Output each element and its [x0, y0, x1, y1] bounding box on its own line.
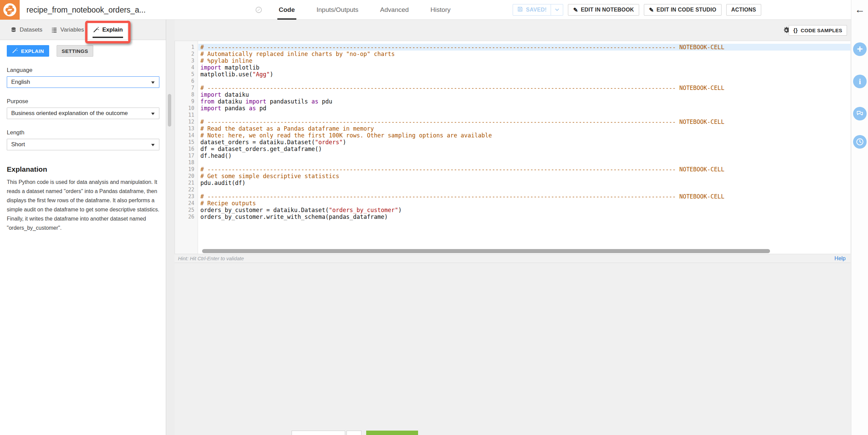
settings-button[interactable]: SETTINGS: [57, 45, 93, 57]
code-token: dataiku: [221, 91, 249, 98]
code-line[interactable]: # --------------------------------------…: [198, 118, 850, 125]
clock-icon[interactable]: [853, 135, 867, 149]
code-line[interactable]: # --------------------------------------…: [198, 193, 850, 200]
code-line[interactable]: # --------------------------------------…: [198, 166, 850, 173]
code-token: from: [200, 98, 214, 105]
info-icon[interactable]: i: [853, 75, 867, 88]
code-line[interactable]: [198, 159, 850, 166]
code-line[interactable]: [198, 78, 850, 84]
actions-button[interactable]: ACTIONS: [726, 4, 761, 16]
code-token: pdu.audit(df): [200, 179, 245, 186]
code-token: # Read the dataset as a Pandas dataframe…: [200, 125, 374, 132]
code-line[interactable]: # Get some simple descriptive statistics: [198, 173, 850, 179]
code-line[interactable]: # Read the dataset as a Pandas dataframe…: [198, 125, 850, 132]
save-icon: [517, 6, 523, 14]
line-numbers: 1234567891011121314151617181920212223242…: [175, 41, 198, 254]
line-number: 6: [175, 78, 198, 84]
line-number: 3: [175, 57, 198, 64]
editor-region: {} CODE SAMPLES 123456789101112131415161…: [175, 20, 851, 435]
code-line[interactable]: # %pylab inline: [198, 57, 850, 64]
purpose-value: Business oriented explanation of the out…: [11, 110, 128, 116]
code-line[interactable]: # Note: here, we only read the first 100…: [198, 132, 850, 139]
edit-in-code-studio-label: EDIT IN CODE STUDIO: [656, 7, 716, 13]
code-token: # %pylab inline: [200, 57, 253, 64]
code-line[interactable]: df = dataset_orders.get_dataframe(): [198, 146, 850, 152]
tab-datasets[interactable]: Datasets: [6, 20, 47, 40]
tab-explain[interactable]: Explain: [88, 20, 127, 40]
code-line[interactable]: from dataiku import pandasutils as pdu: [198, 98, 850, 105]
saved-dropdown-button[interactable]: [551, 4, 563, 15]
code-line[interactable]: [198, 112, 850, 118]
tab-inputs-outputs[interactable]: Inputs/Outputs: [315, 0, 360, 20]
code-token: # Automatically replaced inline charts b…: [200, 51, 395, 57]
edit-in-notebook-button[interactable]: ✎ EDIT IN NOTEBOOK: [568, 4, 639, 16]
code-token: pdu: [318, 98, 332, 105]
code-lines[interactable]: # --------------------------------------…: [198, 41, 850, 254]
code-line[interactable]: pdu.audit(df): [198, 179, 850, 186]
tab-history[interactable]: History: [429, 0, 452, 20]
code-token: # --------------------------------------…: [200, 44, 724, 51]
panel-resize-handle[interactable]: [168, 94, 171, 127]
code-line[interactable]: # --------------------------------------…: [198, 84, 850, 91]
code-line[interactable]: # Automatically replaced inline charts b…: [198, 51, 850, 57]
tab-explain-label: Explain: [102, 26, 123, 33]
code-line[interactable]: dataset_orders = dataiku.Dataset("orders…: [198, 139, 850, 146]
code-token: orders_by_customer.write_with_schema(pan…: [200, 213, 388, 220]
code-token: as: [249, 105, 256, 112]
partial-run-button[interactable]: [366, 431, 418, 435]
line-number: 25: [175, 207, 198, 213]
code-token: ): [398, 207, 401, 213]
language-label: Language: [7, 67, 159, 74]
line-number: 2: [175, 51, 198, 57]
code-line[interactable]: # --------------------------------------…: [198, 44, 850, 51]
partial-control[interactable]: [292, 431, 345, 435]
partial-control[interactable]: [347, 431, 361, 435]
line-number: 1: [175, 44, 198, 51]
line-number: 9: [175, 98, 198, 105]
line-number: 21: [175, 179, 198, 186]
explanation-text: This Python code is used for data analys…: [7, 177, 160, 232]
code-token: ): [270, 71, 273, 78]
magic-wand-icon: [12, 48, 18, 55]
code-samples-button[interactable]: {} CODE SAMPLES: [789, 25, 847, 36]
explain-panel-body: EXPLAIN SETTINGS Language English Purpos…: [0, 40, 166, 232]
pencil-icon: ✎: [573, 6, 578, 14]
language-select[interactable]: English: [7, 76, 159, 88]
code-line[interactable]: orders_by_customer = dataiku.Dataset("or…: [198, 207, 850, 213]
code-token: matplotlib: [221, 64, 259, 71]
saved-label: SAVED!: [526, 7, 547, 13]
code-editor[interactable]: 1234567891011121314151617181920212223242…: [175, 41, 850, 254]
list-icon: [51, 27, 57, 33]
code-line[interactable]: # Recipe outputs: [198, 200, 850, 207]
code-token: pandas: [221, 105, 249, 112]
code-token: # Recipe outputs: [200, 200, 256, 207]
purpose-select[interactable]: Business oriented explanation of the out…: [7, 108, 159, 119]
horizontal-scrollbar[interactable]: [202, 249, 770, 253]
code-line[interactable]: import pandas as pd: [198, 105, 850, 112]
code-token: import: [200, 105, 221, 112]
code-token: df.head(): [200, 152, 232, 159]
saved-button[interactable]: SAVED!: [513, 4, 551, 15]
tab-variables[interactable]: Variables: [47, 20, 88, 40]
back-arrow-icon[interactable]: ←: [851, 3, 868, 16]
line-number: 26: [175, 213, 198, 220]
plus-icon[interactable]: +: [853, 42, 867, 56]
help-link[interactable]: Help: [834, 256, 846, 262]
code-line[interactable]: orders_by_customer.write_with_schema(pan…: [198, 213, 850, 220]
length-select[interactable]: Short: [7, 139, 159, 150]
code-line[interactable]: [198, 186, 850, 193]
code-line[interactable]: import dataiku: [198, 91, 850, 98]
explain-button[interactable]: EXPLAIN: [7, 45, 49, 57]
chat-icon[interactable]: [853, 107, 867, 120]
code-line[interactable]: matplotlib.use("Agg"): [198, 71, 850, 78]
length-value: Short: [11, 141, 25, 148]
tab-code[interactable]: Code: [277, 0, 296, 20]
line-number: 4: [175, 64, 198, 71]
tab-advanced[interactable]: Advanced: [379, 0, 410, 20]
edit-in-code-studio-button[interactable]: ✎ EDIT IN CODE STUDIO: [644, 4, 722, 16]
code-line[interactable]: df.head(): [198, 152, 850, 159]
code-line[interactable]: import matplotlib: [198, 64, 850, 71]
page-title: recipe_from_notebook_orders_a...: [26, 0, 146, 20]
code-token: matplotlib.use(: [200, 71, 253, 78]
code-token: # --------------------------------------…: [200, 84, 724, 91]
